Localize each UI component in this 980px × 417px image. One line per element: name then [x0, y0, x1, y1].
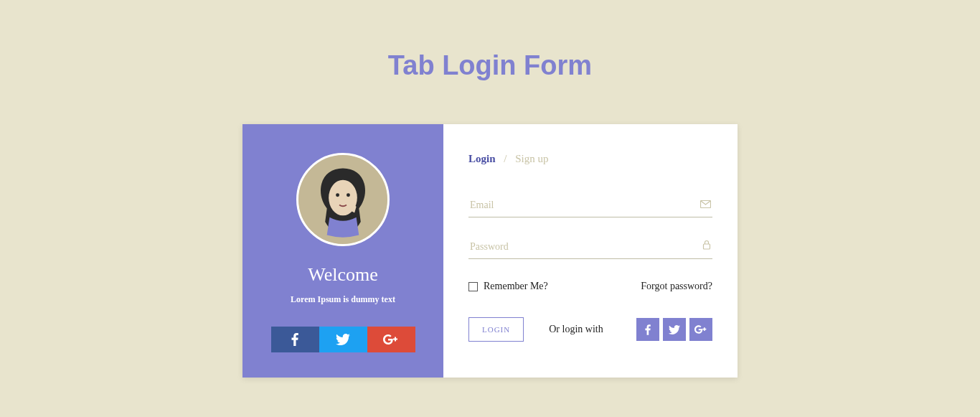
email-group — [468, 194, 712, 217]
tab-login[interactable]: Login — [468, 153, 496, 164]
password-group — [468, 235, 712, 259]
svg-point-3 — [347, 193, 350, 197]
or-login-with-label: Or login with — [549, 324, 603, 335]
auth-tabs: Login / Sign up — [468, 153, 712, 165]
social-buttons — [257, 327, 429, 352]
lock-icon — [702, 240, 711, 253]
password-field[interactable] — [468, 235, 712, 259]
googleplus-icon — [383, 334, 399, 345]
action-row: LOGIN Or login with — [468, 317, 712, 342]
mini-social-buttons — [636, 318, 712, 341]
welcome-panel: Welcome Lorem Ipsum is dummy text — [242, 124, 443, 378]
googleplus-button[interactable] — [367, 327, 415, 352]
email-icon — [700, 198, 711, 211]
svg-point-2 — [336, 193, 339, 197]
tab-signup[interactable]: Sign up — [515, 153, 548, 164]
welcome-subtitle: Lorem Ipsum is dummy text — [257, 294, 429, 305]
welcome-title: Welcome — [257, 264, 429, 286]
remember-checkbox[interactable] — [468, 282, 478, 291]
twitter-icon — [336, 334, 350, 345]
svg-rect-5 — [704, 244, 710, 249]
mini-twitter-button[interactable] — [663, 318, 686, 341]
googleplus-icon — [694, 325, 707, 334]
forgot-password-link[interactable]: Forgot password? — [641, 281, 712, 292]
tab-separator: / — [504, 153, 507, 164]
remember-me[interactable]: Remember Me? — [468, 281, 548, 292]
email-field[interactable] — [468, 194, 712, 217]
avatar — [296, 153, 390, 246]
mini-facebook-button[interactable] — [636, 318, 659, 341]
twitter-button[interactable] — [319, 327, 367, 352]
login-card: Welcome Lorem Ipsum is dummy text Login … — [242, 124, 738, 378]
facebook-icon — [645, 324, 651, 335]
login-button[interactable]: LOGIN — [468, 317, 524, 342]
mini-googleplus-button[interactable] — [689, 318, 712, 341]
page-title: Tab Login Form — [14, 50, 966, 81]
remember-label: Remember Me? — [484, 281, 548, 292]
facebook-icon — [291, 333, 298, 346]
options-row: Remember Me? Forgot password? — [468, 281, 712, 292]
facebook-button[interactable] — [271, 327, 319, 352]
form-panel: Login / Sign up Remember Me? Forgot pass… — [443, 124, 738, 378]
twitter-icon — [669, 325, 680, 334]
